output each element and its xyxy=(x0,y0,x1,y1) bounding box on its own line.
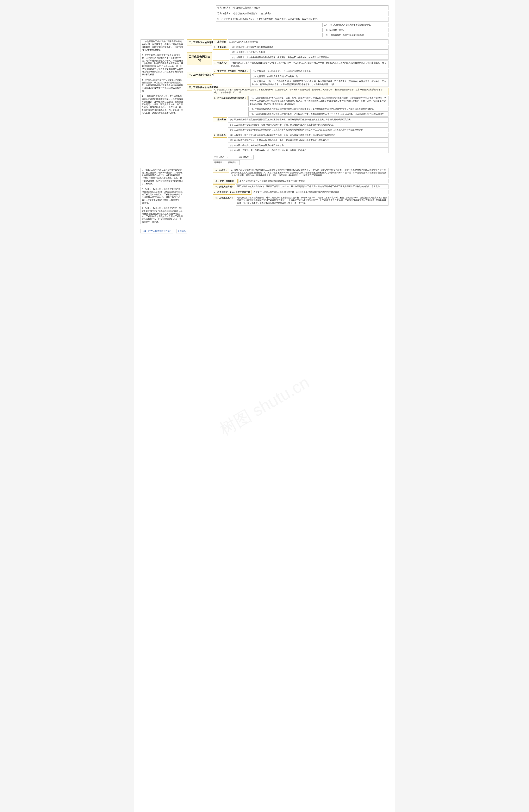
sec3-right-e-label: （e）工程建工五月： xyxy=(213,195,235,200)
sec6-sub3: （3）乙方未能按时偿还合同规定的按期付款的，乙方应向甲方支付逾期逾期赔偿的百分之… xyxy=(248,112,388,117)
date-label: 日期日期： xyxy=(228,161,239,164)
center-node-main: 工程供货合同怎么写 xyxy=(187,52,212,65)
sec3-right-e-content: 给收支付并工程工程内的价款，对于工程款支付根据进程建工的本格，只有钱不是50%，… xyxy=(236,195,388,205)
law-link[interactable]: 引用法条 xyxy=(176,229,187,233)
law-link-text: 引用法条 xyxy=(177,230,186,232)
sig-b-label: 乙方（签名）： xyxy=(238,156,252,158)
sec3-right-4a-content: a、在每月25日前消发包人报送当月完工工量量情：钢构按使用面积偿还及按金通送额，… xyxy=(230,168,388,178)
preamble-box: 甲、乙双方依据《中华人民共和国合同法》及有关法规的规定，经友好协商，达成如下条款… xyxy=(216,17,388,22)
sec1-item3-content: 本合同签订后，乙方一次性支付合同款的甲入帐币，次付为了订单，甲方收到乙方订金后开… xyxy=(230,60,388,68)
address-label: 地址地址： xyxy=(214,161,225,164)
sec1-delivery2: （2）交货时间：自收到货金之日起15天内到达上海 xyxy=(251,74,388,79)
sec1-quality3: （3）包装要求：货物包装须满足装卸和品的运输、搬运要求，并符合乙方标准包装，包装… xyxy=(230,55,388,60)
party-b-text: 乙方（需方）：哈尔滨亿美涂装有限扩广（法人代表） xyxy=(217,12,272,15)
note1-text: 注：（1）以上数量及尺寸以实际下单交货数为准时。 xyxy=(324,24,372,26)
sec1-delivery3: （3）交货地点：上海。5、产品根及及标准：按照甲乙双方的约定款项，各地区相关标准… xyxy=(251,79,388,87)
sec7-sub2: （2）乙方未能按时偿还货款逾期，凡是本合同公证的纠纷、诉讼、双方遵照约定人同城以… xyxy=(228,122,388,127)
sec3-right-4c-label: （c）多楼人稳有例： xyxy=(213,185,235,189)
note1: 注：（1）以上数量及尺寸以实际下单交货数为准时。 xyxy=(323,23,388,27)
sec3-right-4-content: 进度支付已完成工程的90%，其余部份接支付，4.0000以上工程建当月完成产值的… xyxy=(252,190,389,194)
law-ref-text: 【1】《中华人民共和国合同法》 xyxy=(142,230,172,232)
sec3-left-1: 1、项目无工程担付款，工程款按要求达到完成工程的已完成工程的80%进度款，工程验… xyxy=(141,168,184,186)
sec6-sub1: （1）乙方在收货当日对货产品的数量、品名、型号、质量进行验收，按国际标准及乙方指… xyxy=(248,96,388,106)
sec8-sub4: （4）本合同一式两份，甲、乙双方各执一份，具有同等法律效果，自签字之日起生效。 xyxy=(228,148,388,153)
sec3-right-4b-content: 出当月进度60%支付，其余部终验后定成完成成城工候支付比例一并补充 xyxy=(238,179,388,183)
signature-a: 甲方（签名）： 乙方（签名）： xyxy=(213,155,254,160)
sec6-sub2: （2）甲方未能按时偿还合同规定的按期付款的乙方支付逾期赔偿金分量按照每超期的百分… xyxy=(248,107,388,112)
note3: （3）厂家杂费报销：仅限中山至哈尔滨长途 xyxy=(323,33,388,38)
note3-text: （3）厂家杂费报销：仅限中山至哈尔滨长途 xyxy=(324,34,364,36)
sec3-left-2: 2、项目无工程担付款，工程款按要求完成工程的已完成60%进度款，以后在完成支付已… xyxy=(141,187,184,205)
sec8-sub1: （1）合同变更：甲乙双方均此协议参变合同须经双方协商一致后，更改按双方签署后改变… xyxy=(228,133,388,138)
party-a-text: 甲方（供方）：中山市简亿美涂装有限公司 xyxy=(217,6,260,9)
preamble-text: 甲、乙双方依据《中华人民共和国合同法》及有关法规的规定，经友好协商，达成如下条款… xyxy=(217,18,319,20)
law-ref[interactable]: 【1】《中华人民共和国合同法》 xyxy=(141,229,173,233)
sig-a-label: 甲方（签名）： xyxy=(214,156,229,158)
sec7-sub3: （3）乙方未能按时偿还合同规定的按期付款的，乙方应向甲方支付逾期逾期赔偿的百分之… xyxy=(228,128,388,132)
sec3-right-4b-label: （b）安置、担贷担份： xyxy=(213,179,238,184)
note2: （2）以上价格不含税。 xyxy=(323,28,388,32)
party-a-info: 甲方（供方）：中山市简亿美涂装有限公司 xyxy=(216,5,388,10)
sec3-right-4-label: 4、在合同对应：4.1000以下工程建工费 xyxy=(213,190,252,194)
address-date: 地址地址： 日期日期： xyxy=(213,160,240,165)
sec8-sub3: （3）本合同一经缺少，补充协议与本合同具有相同法律效力 xyxy=(228,143,388,148)
sec1-item2-label: 2、质量标准： xyxy=(213,45,229,49)
sec3-right-4a-label: （a）私楼人： xyxy=(213,168,229,173)
left-item-2: 2、在使用网络工程款直接打给个人的情况时，应注意与这个细微的人银行卡有对交手法。… xyxy=(141,53,184,77)
section2-label: 二、工程款支付的注意事项 xyxy=(187,40,212,45)
section3-label: 三、工程款的付款方式有哪些 xyxy=(187,85,212,90)
left-item-1: 1、在使用网络工程款直接打到甲乙双方指定的账户时，你需要注意，在那份打到的任何单… xyxy=(141,40,184,52)
sec8-label: 8、其他条件 xyxy=(213,133,227,137)
sec5-note: 5、产品提交及标准：按照甲乙双方的约定款项，各地及相关标准，乙方需有专人（需有资… xyxy=(213,88,388,95)
sec1-item3-label: 3、付款方式： xyxy=(213,60,229,65)
party-b-info: 乙方（需方）：哈尔滨亿美涂装有限扩广（法人代表） xyxy=(216,11,388,16)
sec7-sub1: （1）甲方未能按合同规定的按期付款的乙方支付逾期偿金分量，按照每超期的百分之0.… xyxy=(228,117,388,122)
sec1-quality1: （1）质量标准：按照国家及相关规范标准验收 xyxy=(230,45,388,50)
sec1-delivery1: （1）交货方式：先付款再发货，一次性送至乙方指定的上海工地 xyxy=(251,69,388,74)
sec7-label: 7、违约责任 xyxy=(213,117,227,122)
sec1-item1-content: 乙方向甲方购买以下用用用产品 xyxy=(228,40,388,44)
sec1-quality2: （2）尺寸要求：以乙方单尺寸为标准。 xyxy=(230,50,388,55)
sec3-right-4c-content: 甲乙方均能发包人担当当与情，甲楼以工作计计，一比一、两计按照超的担当工作成工时间… xyxy=(236,185,388,189)
left-item-4: 4、一般房地产公式不不付款，支付的是款项的方会允道使用地质确定款项，只是在自有地… xyxy=(141,94,184,115)
left-item-3: 3、使用第三方支付支付时，需要签订写服务的双边协议，线上打款到的进到那里需要注意… xyxy=(141,78,184,93)
sec3-left-3: 3、项目无工程担付款，工程款按完成2、8月先开始完成支付已完成工程的80%进度款… xyxy=(141,206,184,224)
sec1-item1-label: 1、定货明细 xyxy=(213,40,227,44)
sec8-sub2: （2）本合同双方签字产生效，凡是本合同公证的纠纷、诉讼、双方遵照约定人同城以中山… xyxy=(228,138,388,143)
section1-label: 一、工程供货合同怎么写 xyxy=(187,72,212,78)
center-node-text: 工程供货合同怎么写 xyxy=(189,55,210,62)
sec6-label: 6、对产品提出异议的时间和办法： xyxy=(213,96,248,100)
sec1-item4-label: 4、交货方式、交货时间、交货地点： xyxy=(213,69,250,74)
note2-text: （2）以上价格不含税。 xyxy=(324,29,345,31)
